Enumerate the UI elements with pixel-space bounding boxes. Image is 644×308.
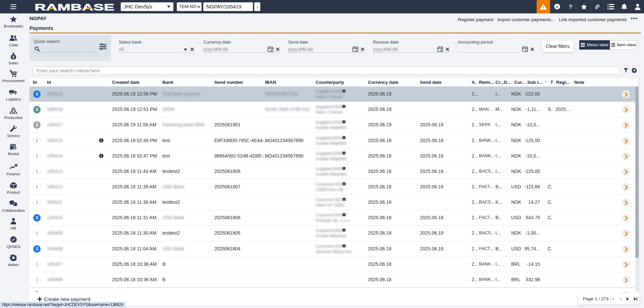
svg-text:?: ? [569,4,572,10]
svg-text:$: $ [14,146,16,150]
svg-text:$: $ [12,55,14,59]
svg-text:RAMBASE: RAMBASE [35,3,114,12]
